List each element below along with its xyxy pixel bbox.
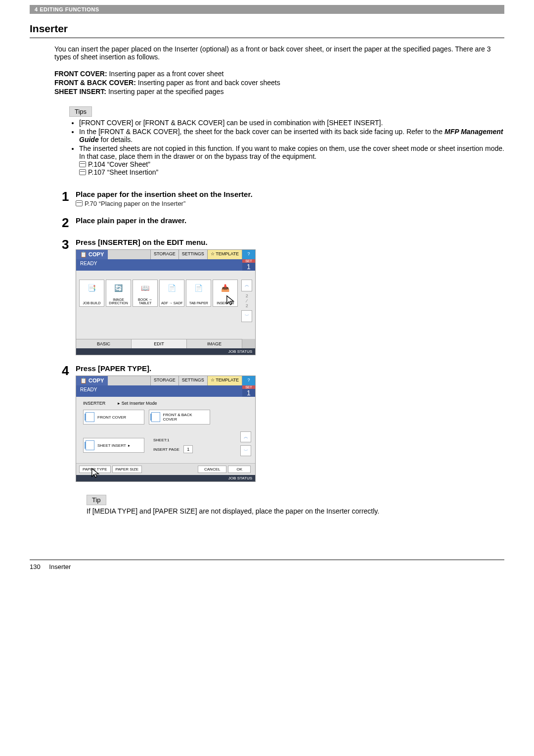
step-title: Place paper for the insertion sheet on t… — [76, 190, 504, 198]
step-number: 3 — [62, 238, 76, 355]
tip-item: The inserted sheets are not copied in th… — [79, 144, 504, 176]
definition-row: SHEET INSERT: Inserting paper at the spe… — [54, 88, 504, 95]
tips-header: Tips — [69, 106, 92, 117]
definitions: FRONT COVER: Inserting paper as a front … — [54, 70, 504, 95]
scroll-up-button[interactable]: ︿ — [240, 431, 251, 442]
insert-page-value[interactable]: 1 — [183, 445, 193, 453]
paper-size-button[interactable]: PAPER SIZE — [112, 466, 142, 473]
ok-button[interactable]: OK — [228, 466, 251, 473]
sheet-insert-button[interactable]: SHEET INSERT ▸ — [83, 438, 144, 453]
image-tab[interactable]: IMAGE — [187, 339, 242, 348]
chapter-header: 4 EDITING FUNCTIONS — [30, 5, 504, 14]
adf-sadf-icon: 📄 — [160, 283, 184, 293]
front-back-cover-button[interactable]: FRONT & BACK COVER — [149, 410, 210, 425]
storage-tab[interactable]: STORAGE — [150, 376, 178, 385]
set-count: 1 — [242, 263, 255, 271]
definition-row: FRONT COVER: Inserting paper as a front … — [54, 70, 504, 78]
step-number: 4 — [62, 364, 76, 482]
job-status-button[interactable]: JOB STATUS — [76, 475, 255, 481]
book-icon — [79, 161, 86, 167]
inserter-title: INSERTER — [83, 401, 105, 406]
step-number: 2 — [62, 216, 76, 229]
set-label: SET — [242, 259, 255, 263]
definition-term: FRONT COVER: — [54, 70, 107, 78]
fn-adf-sadf[interactable]: 📄ADF → SADF — [159, 280, 184, 307]
help-button[interactable]: ? — [242, 250, 255, 259]
step-title: Press [PAPER TYPE]. — [76, 364, 504, 373]
inserter-hint: ▸ Set Inserter Mode — [118, 401, 157, 406]
definition-desc: Inserting paper at the specified pages — [106, 88, 223, 95]
basic-tab[interactable]: BASIC — [76, 339, 132, 348]
tip-box-2: Tip If [MEDIA TYPE] and [PAPER SIZE] are… — [87, 495, 504, 515]
section-title: Inserter — [30, 23, 504, 38]
edit-tab[interactable]: EDIT — [132, 339, 187, 348]
status-ready: READY — [76, 259, 242, 271]
tip-item: In the [FRONT & BACK COVER], the sheet f… — [79, 128, 504, 143]
scroll-down-button[interactable]: ﹀ — [240, 445, 251, 456]
set-label: SET — [242, 385, 255, 389]
fn-book-tablet[interactable]: 📖BOOK ↔ TABLET — [133, 280, 158, 307]
step-1: 1 Place paper for the insertion sheet on… — [62, 190, 504, 207]
definition-desc: Inserting paper as front and back cover … — [136, 79, 280, 87]
cancel-button[interactable]: CANCEL — [198, 466, 226, 473]
step-number: 1 — [62, 190, 76, 207]
intro-paragraph: You can insert the paper placed on the I… — [54, 45, 504, 61]
touchscreen-edit-menu: 📋 COPY STORAGE SETTINGS ☆ TEMPLATE ? REA… — [76, 249, 256, 355]
sheet-insert-icon — [86, 440, 94, 450]
book-icon — [79, 169, 86, 175]
settings-tab[interactable]: SETTINGS — [178, 250, 207, 259]
template-tab[interactable]: ☆ TEMPLATE — [207, 376, 242, 385]
storage-tab[interactable]: STORAGE — [150, 250, 178, 259]
set-count: 1 — [242, 389, 255, 397]
fn-image-direction[interactable]: 🔄IMAGE DIRECTION — [106, 280, 131, 307]
mode-copy-tab[interactable]: 📋 COPY — [76, 250, 108, 259]
footer-title: Inserter — [49, 563, 71, 570]
step-2: 2 Place plain paper in the drawer. — [62, 216, 504, 229]
inserter-icon: 📥 — [213, 283, 237, 293]
template-tab[interactable]: ☆ TEMPLATE — [207, 250, 242, 259]
tip-header: Tip — [87, 495, 106, 505]
step-title: Place plain paper in the drawer. — [76, 216, 504, 225]
insert-page-label: INSERT PAGE — [153, 447, 179, 452]
job-status-button[interactable]: JOB STATUS — [76, 348, 255, 355]
book-tablet-icon: 📖 — [133, 283, 157, 293]
tab-paper-icon: 📄 — [186, 283, 211, 293]
definition-term: FRONT & BACK COVER: — [54, 79, 136, 87]
settings-tab[interactable]: SETTINGS — [178, 376, 207, 385]
mode-copy-tab[interactable]: 📋 COPY — [76, 376, 108, 385]
sheet-number: SHEET:1 — [153, 438, 193, 442]
tip-ref: P.104 “Cover Sheet” — [88, 160, 150, 168]
front-back-cover-icon — [151, 412, 160, 422]
tip-item: [FRONT COVER] or [FRONT & BACK COVER] ca… — [79, 119, 504, 127]
fn-job-build[interactable]: 📑JOB BUILD — [79, 280, 104, 307]
help-button[interactable]: ? — [242, 376, 255, 385]
definition-term: SHEET INSERT: — [54, 88, 106, 95]
status-ready: READY — [76, 385, 242, 397]
step-3: 3 Press [INSERTER] on the EDIT menu. 📋 C… — [62, 238, 504, 355]
tips-box: Tips [FRONT COVER] or [FRONT & BACK COVE… — [69, 106, 504, 176]
step-title: Press [INSERTER] on the EDIT menu. — [76, 238, 504, 246]
image-direction-icon: 🔄 — [106, 283, 131, 293]
job-build-icon: 📑 — [80, 283, 104, 293]
fn-tab-paper[interactable]: 📄TAB PAPER — [186, 280, 211, 307]
tip-ref: P.107 “Sheet Insertion” — [88, 168, 158, 176]
page-number: 130 — [30, 563, 41, 570]
touchscreen-inserter-menu: 📋 COPY STORAGE SETTINGS ☆ TEMPLATE ? REA… — [76, 376, 256, 482]
fn-inserter[interactable]: 📥INSERTER — [213, 280, 238, 307]
step-4: 4 Press [PAPER TYPE]. 📋 COPY STORAGE SET… — [62, 364, 504, 482]
front-cover-icon — [86, 412, 94, 422]
scroll-down-button[interactable]: ﹀ — [241, 310, 252, 322]
page-indicator: 2⁄2 — [241, 291, 252, 310]
book-icon — [76, 200, 83, 206]
paper-type-button[interactable]: PAPER TYPE — [79, 466, 111, 473]
definition-desc: Inserting paper as a front cover sheet — [107, 70, 224, 78]
definition-row: FRONT & BACK COVER: Inserting paper as f… — [54, 79, 504, 87]
tip-text: If [MEDIA TYPE] and [PAPER SIZE] are not… — [87, 507, 504, 515]
front-cover-button[interactable]: FRONT COVER — [83, 410, 144, 425]
step-ref: P.70 “Placing paper on the Inserter” — [85, 200, 185, 207]
scroll-up-button[interactable]: ︿ — [241, 280, 252, 291]
